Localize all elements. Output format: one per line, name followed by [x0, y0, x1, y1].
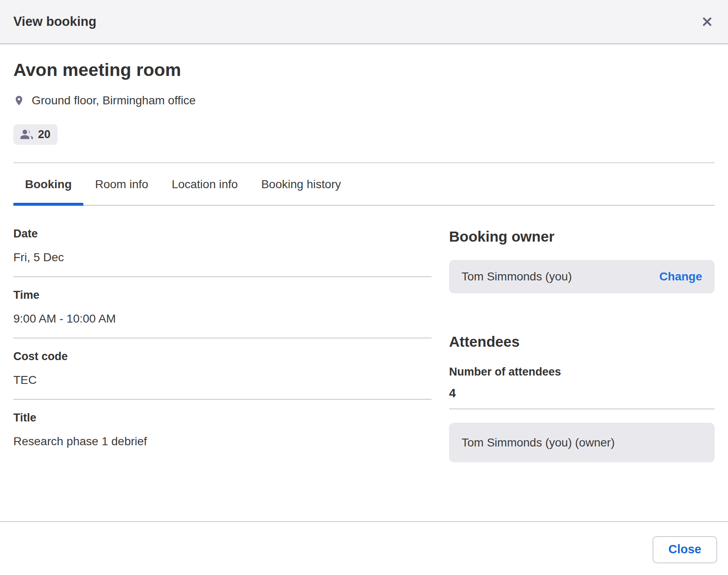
- tab-room-info[interactable]: Room info: [83, 163, 160, 205]
- booking-owner-chip: Tom Simmonds (you) Change: [449, 260, 715, 293]
- field-title: Title Research phase 1 debrief: [13, 400, 432, 460]
- room-location-row: Ground floor, Birmingham office: [13, 93, 715, 108]
- booking-owner-name: Tom Simmonds (you): [462, 270, 572, 283]
- change-owner-button[interactable]: Change: [659, 270, 702, 283]
- booking-owner-heading: Booking owner: [449, 228, 715, 245]
- room-location: Ground floor, Birmingham office: [32, 93, 196, 108]
- attendee-count-value: 4: [449, 386, 715, 400]
- tab-location-info[interactable]: Location info: [160, 163, 250, 205]
- field-cost-code: Cost code TEC: [13, 338, 432, 400]
- dialog-title: View booking: [13, 14, 96, 29]
- close-button[interactable]: Close: [653, 536, 717, 563]
- booking-tab-panel: Date Fri, 5 Dec Time 9:00 AM - 10:00 AM …: [13, 206, 715, 462]
- field-time-value: 9:00 AM - 10:00 AM: [13, 312, 432, 326]
- attendees-divider: [449, 409, 715, 409]
- booking-details: Date Fri, 5 Dec Time 9:00 AM - 10:00 AM …: [13, 216, 432, 462]
- dialog-header: View booking: [0, 0, 728, 44]
- field-date-label: Date: [13, 227, 432, 240]
- attendee-count-label: Number of attendees: [449, 365, 715, 378]
- field-time-label: Time: [13, 288, 432, 302]
- close-icon[interactable]: [698, 13, 716, 31]
- field-cost-code-value: TEC: [13, 373, 432, 387]
- dialog-body: Avon meeting room Ground floor, Birmingh…: [0, 44, 728, 462]
- tab-booking[interactable]: Booking: [13, 163, 83, 205]
- tab-booking-history[interactable]: Booking history: [249, 163, 352, 205]
- field-time: Time 9:00 AM - 10:00 AM: [13, 277, 432, 338]
- field-date-value: Fri, 5 Dec: [13, 250, 432, 265]
- attendee-name: Tom Simmonds (you) (owner): [462, 436, 615, 449]
- field-date: Date Fri, 5 Dec: [13, 216, 432, 277]
- people-icon: [20, 129, 33, 140]
- capacity-badge: 20: [13, 124, 58, 145]
- attendees-heading: Attendees: [449, 333, 715, 350]
- location-pin-icon: [13, 94, 25, 107]
- field-title-label: Title: [13, 411, 432, 424]
- field-cost-code-label: Cost code: [13, 350, 432, 363]
- dialog-footer: Close: [0, 521, 728, 575]
- owner-attendees-panel: Booking owner Tom Simmonds (you) Change …: [449, 216, 715, 462]
- attendee-item: Tom Simmonds (you) (owner): [449, 423, 715, 462]
- tab-bar: Booking Room info Location info Booking …: [13, 162, 715, 206]
- field-title-value: Research phase 1 debrief: [13, 434, 432, 449]
- capacity-value: 20: [38, 128, 50, 141]
- room-name: Avon meeting room: [13, 59, 715, 80]
